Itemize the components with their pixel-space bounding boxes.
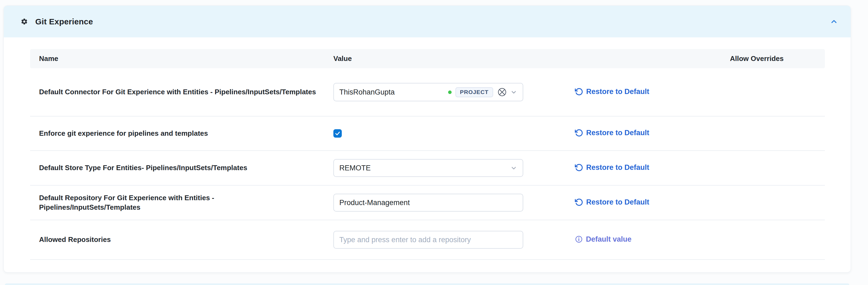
column-header-name: Name	[30, 55, 333, 63]
restore-label: Restore to Default	[586, 198, 649, 207]
chevron-up-icon	[830, 17, 838, 26]
restore-label: Restore to Default	[586, 163, 649, 172]
table-row: Default Repository For Git Experience wi…	[30, 186, 825, 220]
enforce-git-checkbox[interactable]	[333, 129, 342, 138]
table-row: Enforce git experience for pipelines and…	[30, 116, 825, 151]
setting-name: Default Store Type For Entities- Pipelin…	[30, 163, 333, 173]
section-title: Git Experience	[35, 17, 93, 26]
restore-default-button[interactable]: Restore to Default	[575, 129, 649, 137]
table-row: Default Connector For Git Experience wit…	[30, 68, 825, 116]
connector-value: ThisRohanGupta	[339, 88, 395, 97]
collapse-section-button[interactable]	[830, 17, 838, 26]
restore-label: Restore to Default	[586, 87, 649, 96]
chevron-down-icon	[510, 164, 518, 172]
default-repository-input[interactable]	[333, 194, 523, 212]
connector-status-dot	[448, 91, 452, 94]
gear-icon	[21, 18, 28, 25]
restore-icon	[575, 129, 583, 137]
restore-default-button[interactable]: Restore to Default	[575, 87, 649, 96]
restore-default-button[interactable]: Restore to Default	[575, 163, 649, 172]
allowed-repositories-input[interactable]	[333, 231, 523, 249]
store-type-value: REMOTE	[339, 164, 371, 172]
git-experience-section-card: Git Experience Name Value Allow Override…	[3, 5, 851, 273]
restore-default-button[interactable]: Restore to Default	[575, 198, 649, 207]
check-icon	[335, 130, 341, 137]
setting-name: Allowed Repositories	[30, 235, 333, 244]
connector-reference-field[interactable]: ThisRohanGupta PROJECT	[333, 83, 523, 101]
scope-badge: PROJECT	[456, 87, 493, 97]
table-row: Default Store Type For Entities- Pipelin…	[30, 151, 825, 186]
default-value-indicator[interactable]: Default value	[575, 235, 631, 244]
restore-icon	[575, 87, 583, 96]
column-header-allow-overrides: Allow Overrides	[730, 55, 825, 63]
setting-name: Enforce git experience for pipelines and…	[30, 129, 333, 138]
next-section-header-edge[interactable]	[5, 283, 849, 285]
restore-icon	[575, 163, 583, 172]
default-value-label: Default value	[586, 235, 631, 244]
restore-label: Restore to Default	[586, 129, 649, 137]
setting-name: Default Connector For Git Experience wit…	[30, 87, 333, 97]
restore-icon	[575, 198, 583, 207]
column-header-value: Value	[333, 55, 575, 63]
chevron-down-icon[interactable]	[510, 88, 518, 96]
table-row: Allowed Repositories Default value	[30, 220, 825, 260]
section-header[interactable]: Git Experience	[4, 6, 850, 37]
table-header-row: Name Value Allow Overrides	[30, 49, 825, 68]
settings-table: Name Value Allow Overrides Default Conne…	[30, 49, 825, 260]
store-type-dropdown[interactable]: REMOTE	[333, 159, 523, 177]
setting-name: Default Repository For Git Experience wi…	[30, 193, 333, 212]
clear-connector-icon[interactable]	[497, 87, 507, 97]
info-icon	[575, 235, 583, 243]
